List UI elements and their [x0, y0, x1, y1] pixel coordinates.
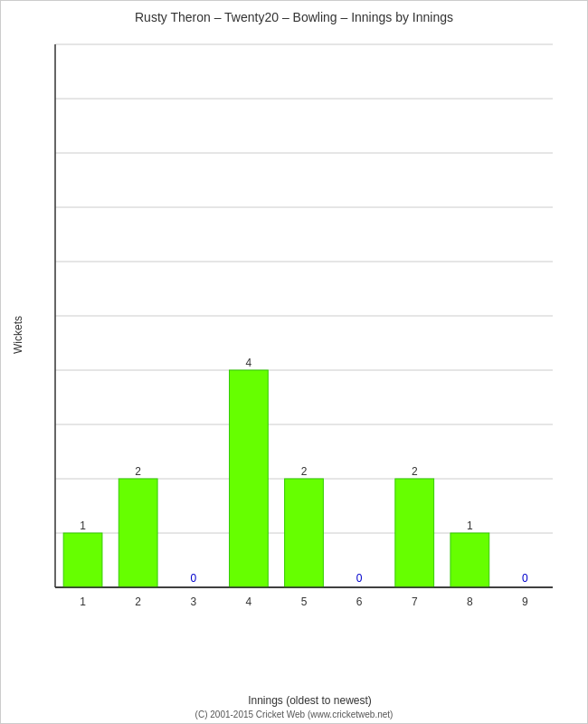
svg-text:1: 1 — [467, 519, 473, 532]
svg-text:0: 0 — [356, 572, 363, 585]
svg-text:6: 6 — [356, 595, 363, 608]
svg-text:2: 2 — [301, 465, 308, 478]
x-axis-label: Innings (oldest to newest) — [51, 694, 569, 707]
svg-rect-22 — [63, 533, 102, 587]
svg-text:4: 4 — [246, 357, 252, 369]
chart-svg: 012345678910112203442506271809 — [51, 35, 571, 633]
chart-container: Rusty Theron – Twenty20 – Bowling – Inni… — [0, 0, 588, 724]
svg-text:2: 2 — [412, 465, 418, 478]
svg-text:1: 1 — [80, 595, 86, 608]
chart-title: Rusty Theron – Twenty20 – Bowling – Inni… — [1, 1, 587, 29]
svg-rect-33 — [285, 479, 324, 587]
svg-rect-30 — [230, 370, 269, 587]
svg-text:7: 7 — [412, 595, 418, 608]
svg-text:4: 4 — [246, 595, 252, 608]
svg-text:8: 8 — [467, 595, 473, 608]
svg-text:2: 2 — [135, 595, 141, 608]
svg-text:3: 3 — [190, 595, 196, 608]
y-axis-label: Wickets — [12, 37, 24, 633]
svg-text:9: 9 — [522, 595, 528, 608]
svg-rect-38 — [395, 479, 434, 587]
svg-text:2: 2 — [135, 465, 141, 478]
svg-text:1: 1 — [80, 519, 86, 532]
svg-text:0: 0 — [190, 572, 196, 585]
svg-rect-25 — [119, 479, 157, 587]
svg-rect-41 — [450, 533, 489, 587]
svg-text:0: 0 — [522, 572, 528, 585]
svg-text:5: 5 — [301, 595, 308, 608]
copyright: (C) 2001-2015 Cricket Web (www.cricketwe… — [1, 710, 587, 719]
